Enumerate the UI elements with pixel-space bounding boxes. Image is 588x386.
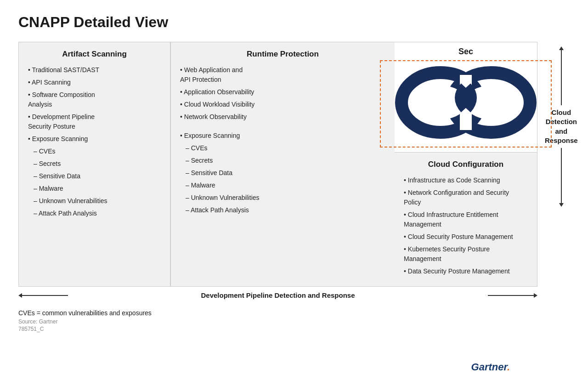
sec-label: Sec [458, 47, 473, 57]
svg-text:Dev: Dev [427, 96, 446, 108]
runtime-protection-exposure: Exposure Scanning CVEs Secrets Sensitive… [180, 131, 385, 215]
svg-text:Ops: Ops [485, 96, 505, 108]
footer: CVEs = common vulnerabilities and exposu… [18, 309, 570, 332]
list-item: Attack Path Analysis [180, 205, 385, 215]
cves-note: CVEs = common vulnerabilities and exposu… [18, 309, 570, 317]
artifact-scanning-header: Artifact Scanning [28, 50, 161, 59]
list-item: Web Application andAPI Protection [180, 65, 385, 85]
dashed-infinity-box: Dev Ops [380, 60, 552, 148]
list-item: Software CompositionAnalysis [28, 90, 161, 109]
list-item: Cloud Workload Visibility [180, 100, 385, 109]
cloud-configuration-list: Infrastructure as Code Scanning Network … [404, 176, 528, 276]
list-item: Unknown Vulnerabilities [180, 193, 385, 203]
runtime-protection-header: Runtime Protection [180, 50, 385, 59]
list-item: Traditional SAST/DAST [28, 65, 161, 75]
list-item: Malware [180, 181, 385, 190]
document-id: 785751_C [18, 326, 570, 332]
list-item: Cloud Security Posture Management [404, 232, 528, 242]
list-item: Malware [28, 184, 161, 193]
list-item: Network Configuration and Security Polic… [404, 188, 528, 207]
list-item: Secrets [180, 156, 385, 165]
pipeline-label: Development Pipeline Detection and Respo… [195, 291, 360, 299]
runtime-protection-panel: Runtime Protection Web Application andAP… [170, 42, 395, 286]
cloud-configuration-header: Cloud Configuration [404, 160, 528, 169]
list-item: API Scanning [28, 78, 161, 87]
list-item: Network Observability [180, 112, 385, 122]
list-item: Application Observability [180, 87, 385, 97]
gartner-dot: . [507, 361, 510, 373]
cloud-configuration-panel: Cloud Configuration Infrastructure as Co… [395, 153, 537, 286]
list-item: CVEs [180, 143, 385, 153]
artifact-scanning-panel: Artifact Scanning Traditional SAST/DAST … [19, 42, 170, 286]
artifact-scanning-list: Traditional SAST/DAST API Scanning Softw… [28, 65, 161, 218]
pipeline-row: Development Pipeline Detection and Respo… [18, 287, 537, 304]
list-item: CVEs [28, 147, 161, 156]
left-arrowhead [18, 293, 22, 298]
list-item: Sensitive Data [180, 168, 385, 178]
list-item: Unknown Vulnerabilities [28, 196, 161, 206]
list-item: Exposure Scanning [28, 134, 161, 144]
list-item: Attack Path Analysis [28, 209, 161, 218]
list-item: Exposure Scanning [180, 131, 385, 141]
cdr-line-top [561, 50, 562, 105]
cdr-line-bottom [561, 148, 562, 203]
right-arrow-line [488, 295, 534, 296]
source-label: Source: Gartner [18, 318, 570, 325]
list-item: Development PipelineSecurity Posture [28, 112, 161, 131]
cdr-arrow-down [559, 203, 564, 207]
cdr-arrow-up [559, 46, 564, 50]
list-item: Sensitive Data [28, 171, 161, 181]
infinity-diagram: Dev Ops [390, 66, 542, 139]
list-item: Data Security Posture Management [404, 267, 528, 276]
right-arrowhead [534, 293, 537, 298]
left-arrow-line [22, 295, 68, 296]
gartner-logo: Gartner. [471, 361, 510, 373]
list-item: Secrets [28, 159, 161, 169]
devsecops-panel: Sec [395, 42, 537, 153]
runtime-protection-list-top: Web Application andAPI Protection Applic… [180, 65, 385, 122]
main-diagram: Artifact Scanning Traditional SAST/DAST … [18, 42, 537, 287]
list-item: Kubernetes Security Posture Management [404, 244, 528, 264]
list-item: Infrastructure as Code Scanning [404, 176, 528, 185]
list-item: Cloud Infrastructure Entitlement Managem… [404, 210, 528, 229]
page-title: CNAPP Detailed View [18, 14, 570, 31]
